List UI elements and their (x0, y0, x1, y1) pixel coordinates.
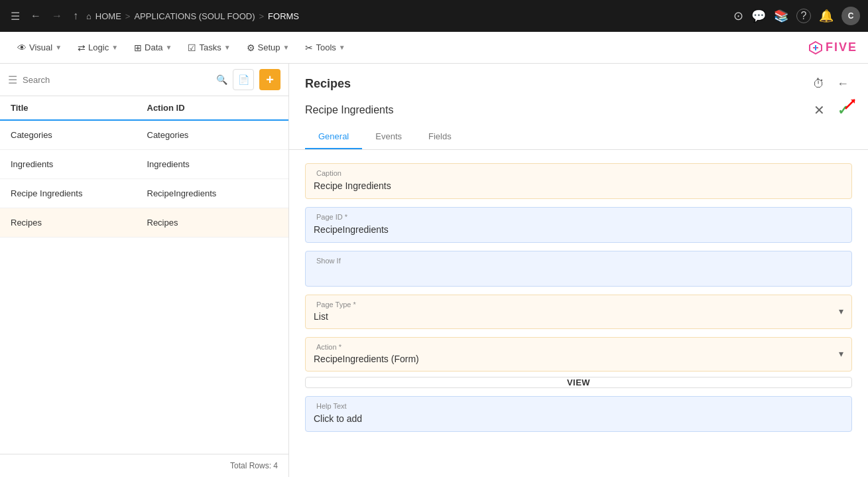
form-title-row: Recipe Ingredients ✕ ✓ (305, 101, 852, 125)
logic-arrow: ▼ (111, 44, 118, 51)
right-header-top-row: Recipes ⏱ ← (305, 74, 852, 101)
main-content: ☰ 🔍 📄 + Title Action ID Categories Categ… (0, 64, 868, 477)
action-label: Action * (314, 343, 419, 351)
tab-fields[interactable]: Fields (415, 125, 465, 149)
row-actionid: Ingredients (142, 159, 279, 169)
form-title: Recipe Ingredients (305, 104, 393, 116)
toolbar-logic[interactable]: ⇄ Logic ▼ (71, 38, 125, 57)
chat-icon[interactable]: 💬 (751, 9, 766, 23)
left-panel: ☰ 🔍 📄 + Title Action ID Categories Categ… (0, 64, 289, 477)
tab-general[interactable]: General (305, 125, 362, 149)
showif-label: Show If (314, 257, 843, 265)
tasks-arrow: ▼ (224, 44, 231, 51)
caption-box: Caption (305, 163, 852, 199)
toolbar-tools[interactable]: ✂ Tools ▼ (298, 38, 351, 57)
breadcrumb-sep1: > (125, 11, 131, 21)
table-header: Title Action ID (0, 96, 288, 121)
action-dropdown-left: Action * RecipeIngredients (Form) (314, 343, 419, 364)
forward-icon[interactable]: → (49, 7, 65, 25)
caption-label: Caption (314, 169, 843, 177)
topbar-right: ⊙ 💬 📚 ? 🔔 C (733, 7, 860, 25)
avatar[interactable]: C (841, 7, 860, 25)
save-icon[interactable]: ✓ (834, 101, 852, 119)
col-title-header: Title (11, 103, 142, 113)
data-label: Data (145, 42, 162, 52)
pagetype-dropdown-left: Page Type * List (314, 301, 359, 322)
five-logo: FIVE (808, 40, 857, 55)
pageid-input[interactable] (314, 224, 843, 235)
setup-label: Setup (258, 42, 280, 52)
data-icon: ⊞ (134, 42, 142, 53)
add-button[interactable]: + (259, 69, 280, 90)
topbar: ☰ ← → ↑ ⌂ HOME > APPLICATIONS (SOUL FOOD… (0, 0, 868, 32)
toolbar: 👁 Visual ▼ ⇄ Logic ▼ ⊞ Data ▼ ☑ Tasks ▼ … (0, 32, 868, 64)
logic-icon: ⇄ (78, 42, 86, 53)
filter-icon: ☰ (8, 74, 17, 86)
tabs: General Events Fields (305, 125, 852, 149)
books-icon[interactable]: 📚 (774, 9, 788, 23)
row-actionid: Categories (142, 130, 279, 140)
view-button[interactable]: VIEW (305, 377, 852, 388)
search-icon[interactable]: 🔍 (216, 74, 227, 85)
toolbar-setup[interactable]: ⚙ Setup ▼ (240, 38, 296, 57)
toolbar-tasks[interactable]: ☑ Tasks ▼ (181, 38, 237, 57)
help-icon[interactable]: ? (796, 9, 811, 23)
showif-input[interactable] (314, 268, 843, 279)
tasks-label: Tasks (199, 42, 221, 52)
toolbar-visual[interactable]: 👁 Visual ▼ (11, 38, 68, 57)
action-field: Action * RecipeIngredients (Form) ▾ VIEW (305, 337, 852, 388)
bell-icon[interactable]: 🔔 (819, 9, 834, 23)
visual-label: Visual (29, 42, 52, 52)
form-actions: ✕ ✓ (810, 101, 852, 119)
logic-label: Logic (88, 42, 109, 52)
app-label[interactable]: APPLICATIONS (SOUL FOOD) (134, 11, 255, 21)
pagetype-label: Page Type * (314, 301, 359, 308)
document-button[interactable]: 📄 (233, 69, 254, 90)
row-actionid: RecipeIngredients (142, 188, 279, 198)
pageid-label: Page ID * (314, 213, 843, 221)
tools-icon: ✂ (305, 42, 313, 53)
breadcrumb-sep2: > (259, 11, 264, 21)
header-icons: ⏱ ← (810, 74, 852, 93)
tab-events[interactable]: Events (362, 125, 415, 149)
history-icon[interactable]: ⏱ (810, 74, 828, 93)
pagetype-box[interactable]: Page Type * List ▾ (305, 295, 852, 329)
setup-arrow: ▼ (283, 44, 290, 51)
pagetype-value: List (314, 311, 359, 322)
data-arrow: ▼ (166, 44, 172, 51)
home-label[interactable]: HOME (95, 11, 121, 21)
search-input[interactable] (23, 75, 211, 85)
table-row[interactable]: Recipe Ingredients RecipeIngredients (0, 179, 288, 208)
save-action: ✓ (834, 101, 852, 119)
tools-arrow: ▼ (339, 44, 345, 51)
caption-input[interactable] (314, 180, 843, 191)
table-row[interactable]: Ingredients Ingredients (0, 150, 288, 179)
forms-label[interactable]: FORMS (268, 11, 299, 21)
right-header: Recipes ⏱ ← Recipe Ingredients ✕ ✓ (289, 64, 868, 150)
pageid-box: Page ID * (305, 207, 852, 243)
table-row[interactable]: Categories Categories (0, 121, 288, 150)
back-icon[interactable]: ← (28, 7, 44, 25)
menu-icon[interactable]: ☰ (8, 7, 23, 25)
row-title: Ingredients (11, 159, 142, 169)
up-icon[interactable]: ↑ (70, 7, 81, 25)
plus-icon: + (266, 72, 274, 88)
five-logo-icon (808, 40, 823, 55)
close-icon[interactable]: ✕ (810, 101, 828, 119)
showif-box: Show If (305, 251, 852, 287)
row-title: Recipe Ingredients (11, 188, 142, 198)
row-title: Recipes (11, 218, 142, 228)
helptext-box: Help Text (305, 396, 852, 432)
table-row-active[interactable]: Recipes Recipes (0, 208, 288, 238)
back-panel-icon[interactable]: ← (834, 74, 852, 93)
total-rows: Total Rows: 4 (230, 461, 278, 470)
support-icon[interactable]: ⊙ (733, 9, 743, 23)
row-title: Categories (11, 130, 142, 140)
visual-icon: 👁 (17, 42, 27, 53)
helptext-input[interactable] (314, 413, 843, 424)
tasks-icon: ☑ (188, 42, 196, 53)
col-actionid-header: Action ID (142, 103, 279, 113)
tools-label: Tools (316, 42, 336, 52)
toolbar-data[interactable]: ⊞ Data ▼ (127, 38, 178, 57)
action-box[interactable]: Action * RecipeIngredients (Form) ▾ (305, 337, 852, 372)
